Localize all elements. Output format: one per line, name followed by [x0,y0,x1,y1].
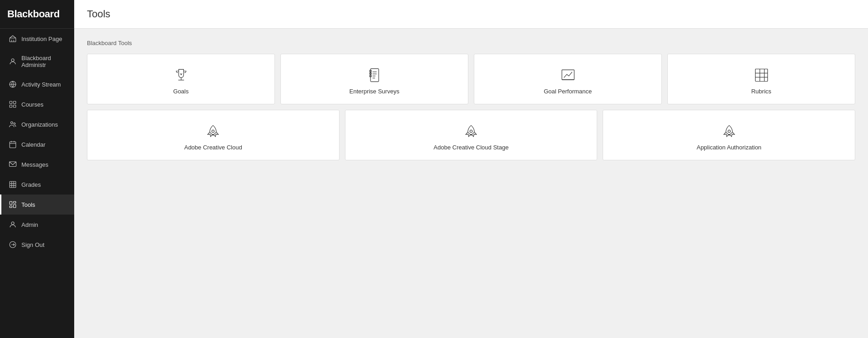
tool-card-label: Adobe Creative Cloud Stage [434,144,509,151]
sidebar-item-label: Organizations [21,121,58,128]
tool-card-label: Goals [173,88,189,95]
admin-icon [9,57,17,66]
sidebar: Blackboard Institution Page Blackboard A… [0,0,74,338]
tool-card-label: Application Authorization [696,144,761,151]
svg-rect-24 [10,206,12,208]
svg-rect-25 [14,205,16,208]
tool-card-application-authorization[interactable]: Application Authorization [603,110,855,160]
grades-icon [9,180,17,189]
svg-rect-22 [10,201,12,205]
svg-rect-38 [562,70,574,80]
main-content: Tools Blackboard Tools Goals [74,0,868,338]
signout-icon [9,241,17,249]
tool-card-goals[interactable]: Goals [87,54,275,104]
sidebar-item-label: Blackboard Administr [21,55,67,68]
svg-rect-40 [755,69,767,82]
section-title: Blackboard Tools [87,40,855,46]
sidebar-item-admin[interactable]: Admin [0,215,74,235]
organizations-icon [9,120,17,128]
rocket2-icon [463,123,479,139]
tool-card-goal-performance[interactable]: Goal Performance [474,54,662,104]
svg-point-3 [11,59,14,61]
sidebar-item-tools[interactable]: Tools [0,195,74,215]
svg-point-11 [14,123,15,125]
admin2-icon [9,220,17,229]
main-body: Blackboard Tools Goals [74,29,868,177]
svg-rect-7 [14,101,16,103]
svg-point-47 [728,130,730,132]
sidebar-item-calendar[interactable]: Calendar [0,134,74,154]
svg-rect-6 [10,101,12,103]
sidebar-item-label: Admin [21,221,38,228]
rocket-icon [205,123,221,139]
trophy-icon [173,67,189,83]
tools-row-2: Adobe Creative Cloud Adobe Creative Clou… [87,110,855,160]
sidebar-logo: Blackboard [0,0,74,29]
tools-row-1: Goals Enterprise Surveys [87,54,855,104]
tool-card-rubrics[interactable]: Rubrics [667,54,855,104]
chart-icon [560,67,576,83]
svg-rect-0 [10,38,16,42]
sidebar-item-activity-stream[interactable]: Activity Stream [0,74,74,94]
svg-point-26 [11,222,14,225]
sidebar-item-label: Activity Stream [21,81,61,88]
sidebar-item-label: Courses [21,101,43,108]
tool-card-label: Goal Performance [544,88,592,95]
sidebar-item-label: Calendar [21,141,46,148]
tool-card-adobe-creative-cloud-stage[interactable]: Adobe Creative Cloud Stage [345,110,598,160]
rubrics-icon [753,67,770,83]
svg-rect-12 [10,142,16,148]
sidebar-item-sign-out[interactable]: Sign Out [0,235,74,255]
tool-card-label: Adobe Creative Cloud [184,144,242,151]
calendar-icon [9,140,17,149]
sidebar-item-label: Institution Page [21,36,62,42]
institution-icon [9,35,17,43]
tool-card-label: Rubrics [751,88,771,95]
messages-icon [9,160,17,169]
rocket3-icon [721,123,737,139]
survey-icon [366,67,383,83]
svg-rect-9 [14,105,16,108]
brand-name: Blackboard [7,8,60,20]
sidebar-item-label: Grades [21,181,41,188]
tool-card-enterprise-surveys[interactable]: Enterprise Surveys [280,54,468,104]
page-title: Tools [87,8,855,20]
page-header: Tools [74,0,868,29]
sidebar-item-organizations[interactable]: Organizations [0,114,74,134]
sidebar-item-label: Tools [21,201,35,208]
activity-icon [9,80,17,88]
svg-point-46 [470,130,472,132]
svg-rect-8 [10,105,12,108]
sidebar-item-institution-page[interactable]: Institution Page [0,29,74,49]
courses-icon [9,100,17,108]
tool-card-adobe-creative-cloud[interactable]: Adobe Creative Cloud [87,110,340,160]
svg-rect-23 [14,201,16,203]
sidebar-item-grades[interactable]: Grades [0,174,74,195]
tool-card-label: Enterprise Surveys [350,88,400,95]
sidebar-item-label: Messages [21,161,48,168]
svg-rect-30 [371,69,379,82]
sidebar-item-messages[interactable]: Messages [0,154,74,174]
sidebar-item-blackboard-admin[interactable]: Blackboard Administr [0,49,74,74]
svg-point-10 [11,122,13,124]
sidebar-item-label: Sign Out [21,241,45,248]
svg-point-45 [212,130,214,132]
tools-icon [9,200,17,209]
sidebar-item-courses[interactable]: Courses [0,94,74,114]
svg-rect-17 [10,181,16,188]
